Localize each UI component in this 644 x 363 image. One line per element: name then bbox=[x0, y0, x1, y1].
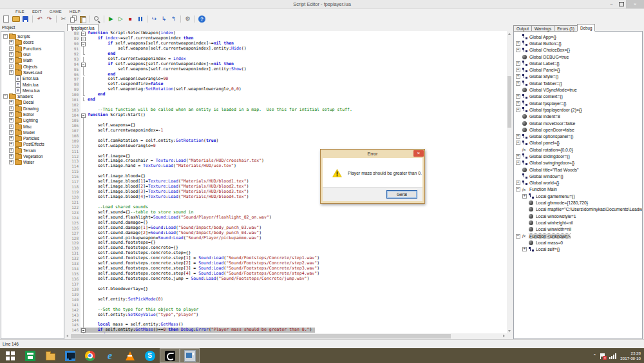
tree-item-math[interactable]: +Math bbox=[1, 57, 64, 63]
expand-icon[interactable]: + bbox=[9, 106, 14, 111]
tree-item-error-lua[interactable]: Error.lua bbox=[1, 75, 64, 81]
debug-item[interactable]: Local mapfile="C:\Users\dominykas\Docume… bbox=[514, 206, 642, 213]
expand-icon[interactable]: + bbox=[516, 154, 520, 159]
expand-icon[interactable]: + bbox=[9, 118, 14, 123]
debug-item[interactable]: Global VSyncMode=true bbox=[514, 86, 642, 93]
taskbar-vlc-button[interactable] bbox=[120, 348, 140, 363]
tree-item-particles[interactable]: +Particles bbox=[1, 135, 64, 141]
taskbar-store-button[interactable] bbox=[20, 348, 40, 363]
debug-item[interactable]: +Global fpsplayer={} bbox=[514, 100, 642, 106]
expand-icon[interactable]: + bbox=[516, 108, 520, 112]
tab-warnings[interactable]: Warnings bbox=[531, 25, 554, 32]
fold-toggle-icon[interactable] bbox=[80, 328, 86, 333]
expand-icon[interactable]: + bbox=[516, 61, 520, 66]
debug-item[interactable]: +Global panel={} bbox=[514, 140, 642, 146]
run-debug-button[interactable]: ▷ bbox=[117, 15, 125, 23]
expand-icon[interactable]: + bbox=[9, 58, 14, 63]
pause-button[interactable] bbox=[136, 15, 144, 23]
taskbar-skype-button[interactable]: S bbox=[140, 348, 160, 363]
debug-item[interactable]: +Global fpsplayerdoor (2)={} bbox=[514, 106, 642, 113]
horizontal-scroll-thumb[interactable] bbox=[71, 334, 451, 338]
expand-icon[interactable]: + bbox=[9, 52, 14, 57]
tree-item-doors[interactable]: +doors bbox=[1, 39, 64, 45]
stop-button[interactable]: ■ bbox=[126, 15, 135, 23]
tree-item-shaders[interactable]: −Shaders bbox=[1, 93, 64, 99]
expand-icon[interactable]: + bbox=[9, 148, 14, 153]
taskbar-explorer-button[interactable] bbox=[40, 348, 60, 363]
debug-item[interactable]: +Global Button={} bbox=[514, 40, 642, 46]
tab-debug[interactable]: Debug bbox=[577, 24, 596, 32]
help-button[interactable]: ? bbox=[198, 15, 206, 23]
tree-item-functions[interactable]: +Functions bbox=[1, 46, 64, 52]
debug-item[interactable]: +Global Panel={} bbox=[514, 66, 642, 73]
expand-icon[interactable]: + bbox=[9, 130, 14, 135]
debug-item[interactable]: fxGlobal rotation={0,0,0} bbox=[514, 146, 642, 153]
expand-icon[interactable]: + bbox=[9, 70, 14, 75]
code-line[interactable]: 104function Script:Start() bbox=[64, 113, 507, 118]
code-line[interactable]: 140 self.entity:SetPickMode(0) bbox=[64, 297, 507, 302]
editor-vertical-scrollbar[interactable] bbox=[507, 31, 512, 333]
fold-toggle-icon[interactable] bbox=[80, 41, 86, 46]
debug-item[interactable]: Local winwidth=nil bbox=[514, 226, 642, 233]
tree-item-saveload[interactable]: +SaveLoad bbox=[1, 70, 64, 75]
step-out-button[interactable]: ↰ bbox=[169, 15, 178, 23]
expand-icon[interactable]: + bbox=[516, 141, 520, 145]
redo-button[interactable]: ↷ bbox=[45, 15, 53, 23]
menu-file[interactable]: FILE bbox=[15, 9, 24, 14]
debug-item[interactable]: +Global slidingdoor={} bbox=[514, 153, 642, 159]
expand-icon[interactable]: + bbox=[9, 46, 14, 51]
expand-icon[interactable]: + bbox=[516, 161, 520, 165]
menu-help[interactable]: HELP bbox=[70, 9, 80, 14]
collapse-icon[interactable]: − bbox=[3, 34, 8, 39]
debug-item[interactable]: +Global optionspanel={} bbox=[514, 133, 642, 139]
debug-item[interactable]: Global moveDoor=false bbox=[514, 120, 642, 126]
expand-icon[interactable]: + bbox=[516, 81, 520, 86]
tree-item-menu-lua[interactable]: Menu.lua bbox=[1, 88, 64, 93]
code-line[interactable]: 101end bbox=[64, 97, 507, 103]
debug-item[interactable]: +Local gamemenu={} bbox=[514, 193, 642, 199]
expand-icon[interactable]: + bbox=[516, 181, 520, 185]
debug-item[interactable]: +Global world={} bbox=[514, 180, 642, 186]
taskbar-ie-button[interactable]: e bbox=[100, 348, 120, 363]
debug-item[interactable]: Global window={} bbox=[514, 173, 642, 179]
taskbar-display-app-button[interactable] bbox=[60, 348, 80, 363]
debug-item[interactable]: Global DEBUG=true bbox=[514, 54, 642, 60]
debug-item[interactable]: +Local self={} bbox=[514, 246, 642, 253]
expand-icon[interactable]: + bbox=[516, 134, 520, 139]
expand-icon[interactable]: + bbox=[9, 100, 14, 104]
code-line[interactable]: 111 bbox=[64, 149, 507, 154]
tab-errors-1[interactable]: Errors (1) bbox=[554, 25, 578, 32]
options-button[interactable]: ⚙ bbox=[184, 15, 192, 23]
open-file-button[interactable] bbox=[12, 15, 20, 23]
tree-item-gui[interactable]: +GUI bbox=[1, 52, 64, 57]
expand-icon[interactable]: + bbox=[9, 142, 14, 146]
debug-item[interactable]: −fxFunction <unknown> bbox=[514, 233, 642, 239]
paste-button[interactable] bbox=[79, 15, 87, 23]
code-line[interactable]: 136 self.sound.footsteps.concrete.jump =… bbox=[64, 277, 507, 282]
debug-item[interactable]: Global indent=8 bbox=[514, 113, 642, 120]
taskbar-window-app-button[interactable] bbox=[180, 348, 200, 363]
tray-expand-icon[interactable]: ⌃ bbox=[592, 353, 596, 358]
expand-icon[interactable]: + bbox=[516, 48, 520, 52]
menu-edit[interactable]: EDIT bbox=[32, 9, 42, 14]
debug-item[interactable]: +Global Style={} bbox=[514, 74, 642, 80]
new-file-button[interactable] bbox=[2, 15, 10, 23]
minimize-button[interactable]: – bbox=[607, 0, 616, 8]
code-area[interactable]: 88function Script:SelectWeapon(index)89 … bbox=[64, 31, 507, 333]
action-center-flag-icon[interactable]: × bbox=[600, 353, 606, 359]
tree-item-posteffects[interactable]: +PostEffects bbox=[1, 141, 64, 147]
find-button[interactable] bbox=[93, 15, 101, 23]
scroll-left-icon[interactable] bbox=[64, 333, 70, 339]
fold-toggle-icon[interactable] bbox=[80, 113, 86, 118]
debug-item[interactable]: Local winheight=nil bbox=[514, 219, 642, 226]
expand-icon[interactable]: + bbox=[9, 136, 14, 141]
menu-game[interactable]: GAME bbox=[50, 9, 62, 14]
expand-icon[interactable]: + bbox=[9, 124, 14, 129]
step-over-button[interactable]: ↪ bbox=[150, 15, 158, 23]
code-line[interactable]: 146 if self.entity:GetMass()==0 then Deb… bbox=[64, 328, 507, 333]
expand-icon[interactable]: + bbox=[516, 41, 520, 46]
step-into-button[interactable]: ↳ bbox=[160, 15, 168, 23]
collapse-icon[interactable]: − bbox=[516, 187, 520, 191]
debug-item[interactable]: −fxFunction Main bbox=[514, 186, 642, 193]
maximize-button[interactable] bbox=[616, 0, 626, 8]
